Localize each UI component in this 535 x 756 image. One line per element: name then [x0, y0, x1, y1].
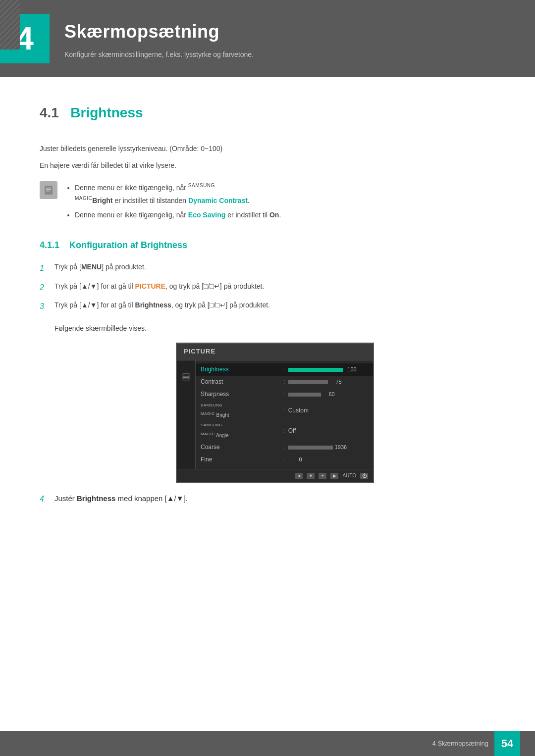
- bar-green-brightness: [288, 368, 343, 372]
- screen-sidebar-icon: ▤: [182, 369, 190, 384]
- note-box: Denne menu er ikke tilgængelig, når SAMS…: [40, 181, 495, 223]
- bar-num-contrast: 75: [330, 378, 342, 387]
- screen-row-contrast: Contrast : 75: [196, 376, 373, 388]
- svg-rect-2: [46, 189, 51, 190]
- row-label-magic-bright: SAMSUNGMAGIC Bright: [201, 403, 280, 420]
- subsection-title-text: Konfiguration af Brightness: [69, 240, 187, 250]
- btn-plus-icon: +: [319, 473, 326, 479]
- content-area: 4.1 Brightness Juster billedets generell…: [0, 77, 535, 545]
- btn-enter-icon: ▶: [330, 473, 338, 479]
- step-4-content: Justér Brightness med knappen [▲/▼].: [54, 492, 495, 505]
- row-colon-1: :: [283, 365, 285, 374]
- row-value-contrast: 75: [288, 378, 368, 387]
- row-value-brightness: 100: [288, 365, 368, 374]
- bar-gray-contrast: [288, 380, 328, 384]
- note-bullets: Denne menu er ikke tilgængelig, når SAMS…: [65, 181, 281, 223]
- step-1-content: Tryk på [MENU] på produktet.: [54, 261, 495, 273]
- note1-end: .: [248, 197, 250, 204]
- screen-bottom: ◄ ▼ + ▶ AUTO ⏻: [177, 469, 373, 482]
- footer-page-number: 54: [501, 735, 513, 752]
- note2-suffix: er indstillet til: [225, 211, 269, 219]
- note1-prefix: Denne menu er ikke tilgængelig, når: [75, 184, 188, 192]
- step2-picture: PICTURE: [135, 282, 165, 290]
- chapter-header-text: Skærmopsætning Konfigurér skærmindstilli…: [64, 17, 254, 60]
- step-3: 3 Tryk på [▲/▼] for at gå til Brightness…: [40, 300, 495, 313]
- svg-rect-3: [46, 191, 50, 192]
- screen-header: PICTURE: [177, 344, 373, 360]
- step-2-number: 2: [40, 281, 54, 294]
- footer-text: 4 Skærmopsætning: [432, 739, 488, 749]
- step-2-content: Tryk på [▲/▼] for at gå til PICTURE, og …: [54, 281, 495, 293]
- bar-num-fine: 0: [290, 455, 302, 464]
- subsection-411-title: 4.1.1 Konfiguration af Brightness: [40, 238, 495, 252]
- bar-container-brightness: 100: [288, 365, 357, 374]
- row-label-contrast: Contrast: [201, 377, 280, 387]
- screen-row-sharpness: Sharpness : 60: [196, 388, 373, 401]
- note2-highlight: Eco Saving: [188, 211, 225, 219]
- step-4-number: 4: [40, 492, 54, 505]
- row-colon-5: :: [283, 426, 285, 436]
- bar-gray-coarse: [288, 446, 333, 450]
- row-colon-2: :: [283, 377, 285, 387]
- bar-num-brightness: 100: [345, 365, 357, 374]
- screen-sidebar: ▤: [177, 360, 196, 469]
- section-41-title: 4.1 Brightness: [40, 102, 495, 128]
- row-colon-6: :: [283, 443, 285, 452]
- footer-page-box: 54: [494, 731, 520, 756]
- row-value-magic-angle: Off: [288, 426, 368, 436]
- step-4: 4 Justér Brightness med knappen [▲/▼].: [40, 492, 495, 505]
- screen-body: ▤ Brightness : 100: [177, 360, 373, 469]
- header-decor: [0, 0, 20, 50]
- note2-end: .: [279, 211, 281, 219]
- row-label-sharpness: Sharpness: [201, 390, 280, 399]
- screen-row-magic-angle: SAMSUNGMAGIC Angle : Off: [196, 421, 373, 441]
- bar-container-contrast: 75: [288, 378, 342, 387]
- row-label-coarse: Coarse: [201, 443, 280, 452]
- note-pencil-icon: [40, 181, 57, 199]
- subsection-411: 4.1.1 Konfiguration af Brightness 1 Tryk…: [40, 238, 495, 505]
- section-title-text: Brightness: [70, 105, 143, 120]
- step3-brightness: Brightness: [135, 301, 171, 309]
- section-41: 4.1 Brightness Juster billedets generell…: [40, 102, 495, 223]
- row-colon-7: :: [283, 455, 285, 464]
- btn-down-icon: ▼: [307, 473, 315, 479]
- step-1-number: 1: [40, 261, 54, 275]
- row-label-fine: Fine: [201, 455, 280, 464]
- row-colon-4: :: [283, 406, 285, 415]
- row-label-magic-angle: SAMSUNGMAGIC Angle: [201, 422, 280, 440]
- note1-highlight: Dynamic Contrast: [188, 197, 248, 204]
- svg-rect-0: [45, 186, 53, 195]
- bar-container-sharpness: 60: [288, 390, 335, 399]
- screen-menu-items: Brightness : 100: [196, 360, 373, 469]
- screen-image-wrapper: PICTURE ▤ Brightness :: [54, 343, 495, 483]
- value-text-magic-bright: Custom: [288, 406, 309, 415]
- row-value-coarse: 1936: [288, 443, 368, 452]
- page-wrapper: 4 Skærmopsætning Konfigurér skærmindstil…: [0, 0, 535, 756]
- btn-power-icon: ⏻: [360, 473, 368, 479]
- step-1: 1 Tryk på [MENU] på produktet.: [40, 261, 495, 275]
- note2-on: On: [269, 211, 279, 219]
- row-value-magic-bright: Custom: [288, 406, 368, 415]
- bar-num-coarse: 1936: [335, 443, 347, 452]
- btn-auto-label: AUTO: [342, 472, 356, 480]
- step4-brightness: Brightness: [77, 494, 115, 503]
- step-3-content: Tryk på [▲/▼] for at gå til Brightness, …: [54, 300, 495, 311]
- chapter-header: 4 Skærmopsætning Konfigurér skærmindstil…: [0, 0, 535, 77]
- screen-row-brightness: Brightness : 100: [196, 363, 373, 376]
- row-value-sharpness: 60: [288, 390, 368, 399]
- chapter-title: Skærmopsætning: [64, 17, 254, 46]
- step-note: Følgende skærmbillede vises.: [40, 323, 495, 334]
- note2-prefix: Denne menu er ikke tilgængelig, når: [75, 211, 188, 219]
- row-label-brightness: Brightness: [201, 365, 280, 374]
- screen-row-fine: Fine : 0: [196, 454, 373, 466]
- note-item-1: Denne menu er ikke tilgængelig, når SAMS…: [75, 181, 281, 207]
- steps-list: 1 Tryk på [MENU] på produktet. 2 Tryk på…: [40, 261, 495, 313]
- row-colon-3: :: [283, 390, 285, 399]
- screen-mock: PICTURE ▤ Brightness :: [176, 343, 374, 483]
- note1-suffix: er indstillet til tilstanden: [113, 197, 189, 204]
- section-desc-2: En højere værdi får billedet til at virk…: [40, 160, 495, 172]
- bar-gray-sharpness: [288, 393, 321, 397]
- bar-container-coarse: 1936: [288, 443, 347, 452]
- step-2: 2 Tryk på [▲/▼] for at gå til PICTURE, o…: [40, 281, 495, 294]
- section-desc-1: Juster billedets generelle lysstyrkenive…: [40, 143, 495, 155]
